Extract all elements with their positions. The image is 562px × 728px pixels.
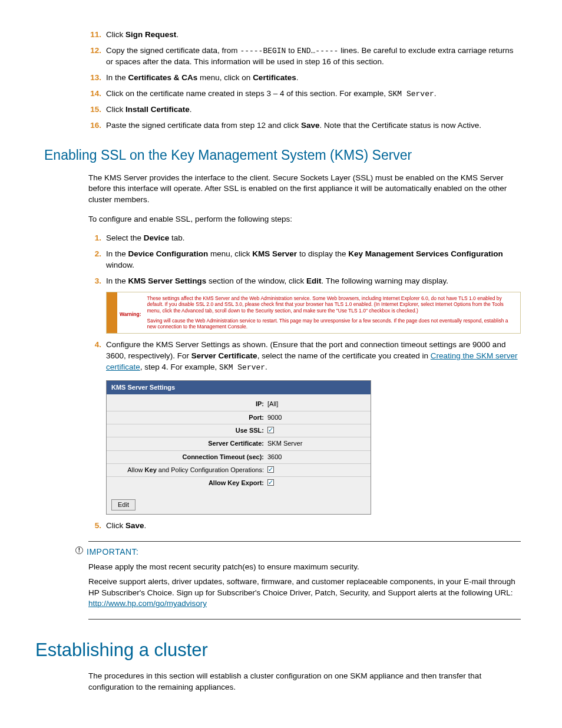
kms-table-header: KMS Server Settings — [107, 381, 371, 394]
edit-button[interactable]: Edit — [111, 499, 135, 510]
warning-box: Warning: These settings affect the KMS S… — [106, 292, 521, 334]
para-kms-intro: The KMS Server provides the interface to… — [88, 173, 521, 206]
kms-key: Allow Key and Policy Configuration Opera… — [111, 466, 267, 475]
steps-list-a: 11.Click Sign Request.12.Copy the signed… — [88, 29, 521, 131]
page-content: 11.Click Sign Request.12.Copy the signed… — [88, 29, 521, 693]
para-cluster-intro: The procedures in this section will esta… — [88, 671, 521, 693]
divider — [88, 541, 521, 542]
step-5-text: Click Save. — [106, 521, 146, 530]
kms-table-body: IP:[All]Port:9000Use SSL:Server Certific… — [107, 394, 371, 495]
step-number: 13. — [88, 73, 101, 84]
heading-establishing-cluster: Establishing a cluster — [35, 637, 521, 663]
important-p1: Please apply the most recent security pa… — [88, 562, 521, 573]
step-text: Click Sign Request. — [106, 30, 178, 39]
steps-list-c: 4. Configure the KMS Server Settings as … — [88, 340, 521, 532]
step-item: 14.Click on the certificate name created… — [88, 88, 521, 100]
kms-row: Allow Key and Policy Configuration Opera… — [107, 464, 371, 477]
step-number: 4. — [88, 340, 101, 351]
step-item: 11.Click Sign Request. — [88, 29, 521, 41]
checkbox-checked-icon — [267, 479, 274, 486]
step-number: 11. — [88, 29, 101, 41]
kms-key: Allow Key Export: — [111, 479, 267, 487]
warning-text: These settings affect the KMS Server and… — [144, 292, 520, 333]
kms-value: 3600 — [267, 453, 366, 462]
kms-row: Port:9000 — [107, 411, 371, 424]
step-number: 2. — [88, 249, 101, 260]
step-text: Click on the certificate name created in… — [106, 89, 437, 98]
checkbox-checked-icon — [267, 466, 274, 473]
step-item: 12.Copy the signed certificate data, fro… — [88, 45, 521, 68]
steps-list-b: 1.Select the Device tab.2.In the Device … — [88, 233, 521, 287]
kms-value: SKM Server — [267, 439, 366, 448]
step-item: 2.In the Device Configuration menu, clic… — [88, 249, 521, 271]
warning-stripe — [107, 292, 117, 333]
kms-key: Port: — [111, 413, 267, 422]
kms-row: IP:[All] — [107, 398, 371, 411]
kms-key: Server Certificate: — [111, 439, 267, 448]
kms-settings-table: KMS Server Settings IP:[All]Port:9000Use… — [106, 380, 371, 515]
step-number: 1. — [88, 233, 101, 244]
warning-line-2: Saving will cause the Web Administration… — [147, 318, 517, 330]
step-item: 15.Click Install Certificate. — [88, 104, 521, 116]
important-header-row: ! IMPORTANT: — [75, 546, 521, 558]
step-number: 3. — [88, 276, 101, 287]
step-4: 4. Configure the KMS Server Settings as … — [88, 340, 521, 515]
kms-key: IP: — [111, 400, 267, 409]
step-5: 5. Click Save. — [88, 521, 521, 532]
step-number: 16. — [88, 120, 101, 131]
kms-value — [267, 479, 366, 487]
step-text: In the Certificates & CAs menu, click on… — [106, 73, 298, 82]
step-number: 5. — [88, 521, 101, 532]
step-text: In the Device Configuration menu, click … — [106, 249, 503, 269]
kms-row: Use SSL: — [107, 424, 371, 437]
step-number: 14. — [88, 88, 101, 100]
step-item: 13.In the Certificates & CAs menu, click… — [88, 73, 521, 84]
checkbox-checked-icon — [267, 427, 274, 433]
kms-value: 9000 — [267, 413, 366, 422]
important-heading: IMPORTANT: — [87, 546, 139, 558]
kms-key: Use SSL: — [111, 426, 267, 435]
step-4-text: Configure the KMS Server Settings as sho… — [106, 340, 518, 371]
heading-enabling-ssl: Enabling SSL on the Key Management Syste… — [44, 146, 521, 164]
kms-row: Connection Timeout (sec):3600 — [107, 451, 371, 464]
kms-value — [267, 466, 366, 475]
divider — [88, 619, 521, 620]
step-number: 15. — [88, 104, 101, 116]
kms-row: Server Certificate:SKM Server — [107, 437, 371, 450]
warning-label: Warning: — [117, 308, 144, 318]
kms-value — [267, 426, 366, 435]
link-hp-advisory[interactable]: http://www.hp.com/go/myadvisory — [88, 599, 207, 608]
kms-value: [All] — [267, 400, 366, 409]
step-number: 12. — [88, 45, 101, 57]
warning-line-1: These settings affect the KMS Server and… — [147, 295, 517, 314]
step-text: Select the Device tab. — [106, 233, 185, 242]
kms-row: Allow Key Export: — [107, 477, 371, 489]
important-p2: Receive support alerts, driver updates, … — [88, 577, 521, 610]
info-icon: ! — [75, 546, 83, 554]
step-item: 1.Select the Device tab. — [88, 233, 521, 244]
step-text: Copy the signed certificate data, from -… — [106, 46, 514, 66]
step-item: 3.In the KMS Server Settings section of … — [88, 276, 521, 287]
para-configure-intro: To configure and enable SSL, perform the… — [88, 214, 521, 225]
kms-key: Connection Timeout (sec): — [111, 453, 267, 462]
step-text: Click Install Certificate. — [106, 105, 192, 114]
step-item: 16.Paste the signed certificate data fro… — [88, 120, 521, 131]
step-text: Paste the signed certificate data from s… — [106, 121, 481, 130]
step-text: In the KMS Server Settings section of th… — [106, 276, 448, 285]
